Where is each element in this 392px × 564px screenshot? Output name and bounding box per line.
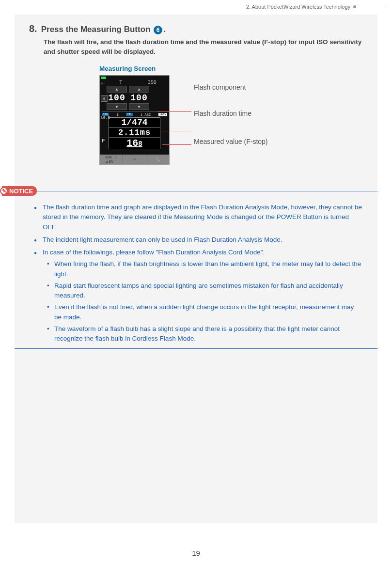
readout-flash-duration-ms: 2.11ms <box>109 128 160 138</box>
fstop-sub: 8 <box>138 140 142 148</box>
abc-label: 1 ABC <box>141 113 151 117</box>
notice-list: The flash duration time and graph are di… <box>34 203 363 344</box>
header-dot-icon <box>353 5 356 8</box>
ctl-badge: CTL <box>126 113 133 116</box>
callout-line-2 <box>162 131 191 131</box>
step-title-pre: Press the Measuring Button <box>41 25 153 34</box>
notice-sublist: When firing the flash, if the flash brig… <box>46 259 363 344</box>
screen-status-bar <box>100 76 169 79</box>
notice-subitem: When firing the flash, if the flash brig… <box>46 259 363 279</box>
callout-line-1 <box>157 111 191 112</box>
callout-line-3 <box>162 144 191 145</box>
chapter-title: 2. About PocketWizard Wireless Technolog… <box>246 4 350 10</box>
figure-caption: Measuring Screen <box>99 65 363 72</box>
gear-icon: ✲ <box>101 95 108 102</box>
notice-badge: ✎ NOTICE <box>2 186 37 196</box>
one-label: 1 <box>116 113 118 117</box>
ave-ev-label: AVE /⊿EV <box>105 155 117 164</box>
bottom-btn-wrench-icon: 🔧 <box>146 155 169 164</box>
notice-label: NOTICE <box>9 188 33 195</box>
readout-flash-duration-fraction: 1/474 <box>109 118 160 128</box>
step-row: 8. Press the Measuring Button 6. <box>29 23 363 34</box>
value-row: 100 100 <box>107 93 169 103</box>
t-value: 100 <box>107 93 127 103</box>
chapter-header: 2. About PocketWizard Wireless Technolog… <box>0 0 392 10</box>
percent-badge: 100% <box>158 113 167 116</box>
notice-bottom-rule <box>15 348 377 349</box>
fstop-main: 16 <box>126 138 138 149</box>
notice-icon: ✎ <box>0 187 8 195</box>
step-number: 8. <box>29 23 37 34</box>
up-arrow-row: ▲ ▲ <box>107 85 169 93</box>
screen-bottom-bar: AVE /⊿EV ◠ 🔧 <box>100 155 169 164</box>
readout-fstop: 168 <box>109 138 160 149</box>
notice-subitem: Rapid start fluorescent lamps and specia… <box>46 281 363 301</box>
bolt-icon: ⚡ <box>101 81 103 86</box>
iso-down-icon: ▼ <box>129 103 149 110</box>
notice-item: The incident light measurement can only … <box>34 235 363 245</box>
battery-icon <box>101 77 106 79</box>
figure-area: Measuring Screen ⚡ T ISO ▲ ▲ 100 100 ▼ ▼ <box>99 65 363 176</box>
reference-badge-6: 6 <box>154 26 162 34</box>
notice-item-text: In case of the followings, please follow… <box>43 249 265 256</box>
f-label: F <box>102 138 105 144</box>
t-up-icon: ▲ <box>107 86 127 93</box>
main-readout: 1/474 2.11ms 168 <box>109 117 160 149</box>
notice-item: In case of the followings, please follow… <box>34 248 363 344</box>
screen-header-row: T ISO <box>100 79 169 85</box>
notice-subitem: The waveform of a flash bulb has a sligh… <box>46 324 363 344</box>
bottom-btn-dome-icon: ◠ <box>123 155 146 164</box>
content-panel: 8. Press the Measuring Button 6. The fla… <box>15 15 377 523</box>
iso-up-icon: ▲ <box>129 86 149 93</box>
callout-measured-value: Measured value (F-stop) <box>194 138 268 145</box>
notice-header: ✎ NOTICE <box>2 186 377 196</box>
callout-flash-duration: Flash duration time <box>194 110 251 117</box>
iso-label: ISO <box>148 80 157 85</box>
page-number: 19 <box>0 549 392 557</box>
t-down-icon: ▼ <box>107 103 127 110</box>
bottom-btn-ave: AVE /⊿EV <box>100 155 123 164</box>
t-label: T <box>119 80 122 85</box>
notice-subitem: Even if the flash is not fired, when a s… <box>46 302 363 322</box>
mid-info-bar: STD 1 CTL 1 ABC 100% <box>102 111 167 117</box>
callout-flash-component: Flash component <box>194 83 246 91</box>
t05-label: t0.5 <box>101 115 110 120</box>
step-title-post: . <box>163 25 166 34</box>
header-rule <box>358 7 387 7</box>
measuring-screen: ⚡ T ISO ▲ ▲ 100 100 ▼ ▼ ✲ STD 1 CTL <box>99 75 170 165</box>
notice-item: The flash duration time and graph are di… <box>34 203 363 232</box>
step-title: Press the Measuring Button 6. <box>41 25 166 34</box>
down-arrow-row: ▼ ▼ <box>107 103 169 110</box>
step-description: The flash will fire, and the flash durat… <box>44 37 363 56</box>
notice-top-rule <box>35 191 377 191</box>
iso-value: 100 <box>129 93 149 103</box>
